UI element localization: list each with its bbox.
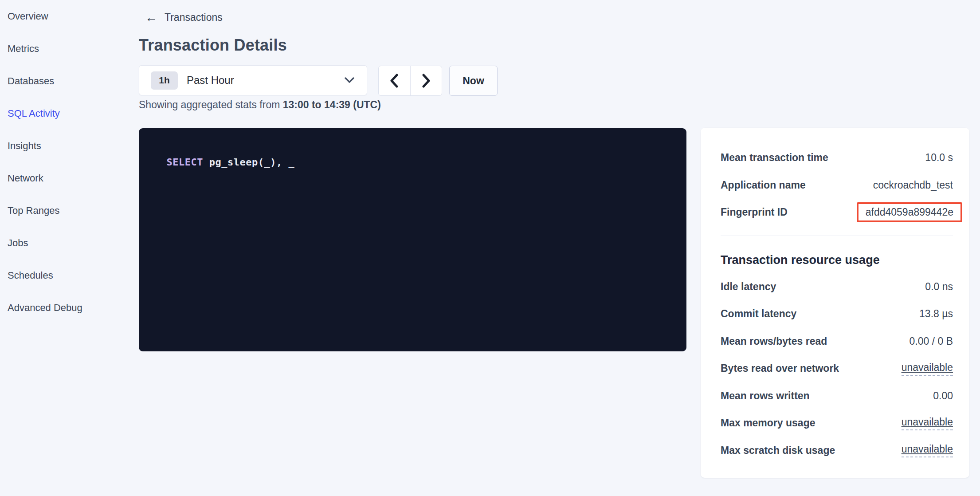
- detail-label: Commit latency: [721, 308, 796, 320]
- sql-statement-text: pg_sleep(_), _: [203, 157, 294, 168]
- sidebar-item-insights[interactable]: Insights: [8, 140, 82, 152]
- detail-label: Mean rows/bytes read: [721, 335, 827, 347]
- detail-label: Mean transaction time: [721, 152, 828, 164]
- detail-row-bytes-read-over-network: Bytes read over networkunavailable: [721, 355, 953, 382]
- chevron-right-icon: [422, 74, 431, 88]
- detail-label: Idle latency: [721, 281, 776, 293]
- sidebar-item-metrics[interactable]: Metrics: [8, 43, 82, 55]
- detail-value: 0.00 / 0 B: [909, 335, 953, 347]
- sidebar-item-advanced-debug[interactable]: Advanced Debug: [8, 302, 82, 314]
- sql-statement-box: SELECT pg_sleep(_), _: [139, 128, 686, 351]
- sidebar-item-schedules[interactable]: Schedules: [8, 269, 82, 281]
- detail-label: Max memory usage: [721, 417, 815, 429]
- detail-row-mean-rows-bytes-read: Mean rows/bytes read0.00 / 0 B: [721, 328, 953, 355]
- detail-value: cockroachdb_test: [873, 179, 953, 191]
- detail-row-mean-rows-written: Mean rows written0.00: [721, 382, 953, 410]
- stats-summary-prefix: Showing aggregated stats from: [139, 99, 283, 110]
- back-arrow-icon[interactable]: ←: [145, 12, 157, 23]
- detail-label: Mean rows written: [721, 390, 810, 402]
- fingerprint-highlight-box: afdd4059a899442e: [857, 202, 962, 222]
- chevron-down-icon: [345, 77, 354, 83]
- resource-rows: Idle latency0.0 nsCommit latency13.8 µsM…: [721, 273, 953, 465]
- detail-label: Bytes read over network: [721, 362, 839, 374]
- time-range-dropdown[interactable]: 1h Past Hour: [139, 65, 367, 95]
- detail-value[interactable]: unavailable: [902, 362, 953, 376]
- detail-value: 0.00: [933, 390, 953, 402]
- detail-value: 10.0 s: [925, 152, 953, 164]
- summary-rows: Mean transaction time10.0 sApplication n…: [721, 144, 953, 226]
- sidebar-item-network[interactable]: Network: [8, 172, 82, 184]
- sidebar-item-top-ranges[interactable]: Top Ranges: [8, 205, 82, 217]
- detail-value: 0.0 ns: [925, 281, 953, 293]
- breadcrumb[interactable]: ← Transactions: [145, 12, 223, 24]
- detail-value: 13.8 µs: [919, 308, 953, 320]
- breadcrumb-label[interactable]: Transactions: [165, 12, 223, 24]
- detail-row-application-name: Application namecockroachdb_test: [721, 172, 953, 199]
- detail-row-max-scratch-disk-usage: Max scratch disk usageunavailable: [721, 437, 953, 465]
- detail-row-fingerprint-id: Fingerprint IDafdd4059a899442e: [721, 199, 953, 226]
- stats-summary-range: 13:00 to 14:39 (UTC): [283, 99, 381, 110]
- sidebar-item-list: OverviewMetricsDatabasesSQL ActivityInsi…: [8, 10, 82, 334]
- card-divider: [721, 236, 953, 236]
- sql-keyword: SELECT: [167, 157, 203, 168]
- sidebar-item-sql-activity[interactable]: SQL Activity: [8, 107, 82, 119]
- resource-usage-section-title: Transaction resource usage: [721, 253, 953, 267]
- aggregated-stats-summary: Showing aggregated stats from 13:00 to 1…: [139, 99, 381, 111]
- sidebar-item-databases[interactable]: Databases: [8, 75, 82, 87]
- now-button[interactable]: Now: [449, 66, 498, 96]
- detail-row-idle-latency: Idle latency0.0 ns: [721, 273, 953, 301]
- sidebar-nav: OverviewMetricsDatabasesSQL ActivityInsi…: [0, 0, 133, 496]
- transaction-details-card: Mean transaction time10.0 sApplication n…: [701, 128, 969, 478]
- time-range-pager: [378, 66, 442, 96]
- detail-label: Max scratch disk usage: [721, 445, 835, 457]
- detail-value[interactable]: unavailable: [902, 416, 953, 430]
- detail-row-max-memory-usage: Max memory usageunavailable: [721, 409, 953, 437]
- time-range-selected: Past Hour: [187, 74, 345, 87]
- next-time-range-button[interactable]: [411, 66, 442, 95]
- page-title: Transaction Details: [139, 36, 287, 55]
- chevron-left-icon: [390, 74, 399, 88]
- detail-row-mean-transaction-time: Mean transaction time10.0 s: [721, 144, 953, 172]
- detail-label: Application name: [721, 179, 806, 191]
- previous-time-range-button[interactable]: [379, 66, 411, 95]
- time-range-badge: 1h: [151, 71, 178, 90]
- detail-value[interactable]: unavailable: [902, 443, 953, 457]
- detail-row-commit-latency: Commit latency13.8 µs: [721, 300, 953, 328]
- detail-value: afdd4059a899442e: [866, 206, 953, 218]
- sidebar-item-jobs[interactable]: Jobs: [8, 237, 82, 249]
- detail-label: Fingerprint ID: [721, 206, 788, 218]
- sidebar-item-overview[interactable]: Overview: [8, 10, 82, 22]
